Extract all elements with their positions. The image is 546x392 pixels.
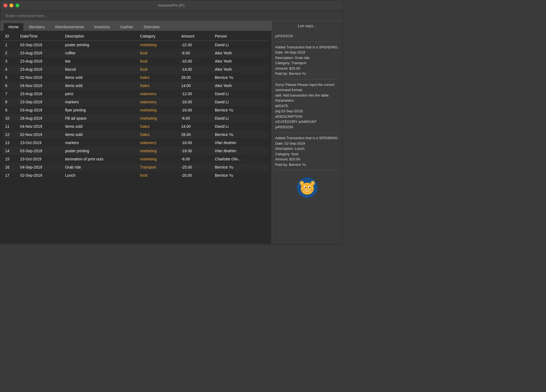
tab-overview[interactable]: Overview xyxy=(139,23,164,31)
table-cell: 23-Sep-2019 xyxy=(18,98,63,106)
table-row: 1323-Oct-2019markersstationery-16.00Irfa… xyxy=(3,139,269,147)
table-cell: -22.00 xyxy=(179,41,213,49)
table-row: 223-Aug-2019coffeefood-8.00Alex Yeoh xyxy=(3,49,269,57)
table-cell: 23-Aug-2019 xyxy=(18,57,63,65)
tab-cashier[interactable]: Cashier xyxy=(115,23,138,31)
table-cell: 15 xyxy=(3,155,18,163)
table-cell: Charlotte Oliv... xyxy=(213,155,269,163)
close-button[interactable] xyxy=(4,4,7,7)
table-cell: -14.00 xyxy=(179,65,213,73)
table-cell: 23-Aug-2019 xyxy=(18,49,63,57)
table-cell: 6 xyxy=(3,82,18,90)
table-cell: 02-Sep-2019 xyxy=(18,171,63,179)
table-cell: Irfan Ibrahim xyxy=(213,147,269,155)
table-cell: 02-Nov-2019 xyxy=(18,130,63,139)
table-cell: Sales xyxy=(138,122,179,130)
table-cell: Alex Yeoh xyxy=(213,82,269,90)
table-cell: marketing xyxy=(138,41,179,49)
col-header-cat: Category xyxy=(138,31,179,41)
table-cell: Items sold xyxy=(63,73,138,82)
table-cell: Alex Yeoh xyxy=(213,57,269,65)
table-cell: pens xyxy=(63,90,138,98)
table-cell: David Li xyxy=(213,90,269,98)
tab-members[interactable]: Members xyxy=(24,23,49,31)
table-cell: 14.00 xyxy=(179,82,213,90)
tab-reimbursements[interactable]: Reimbursements xyxy=(50,23,89,31)
table-cell: 7 xyxy=(3,90,18,98)
leo-says-label: Leo says... xyxy=(275,24,339,28)
table-cell: poster printing xyxy=(63,147,138,155)
table-cell: food xyxy=(138,65,179,73)
table-cell: flyer printing xyxy=(63,106,138,114)
maximize-button[interactable] xyxy=(15,4,19,7)
table-cell: Items sold xyxy=(63,122,138,130)
table-cell: 14.00 xyxy=(179,122,213,130)
table-cell: -16.00 xyxy=(179,139,213,147)
svg-point-9 xyxy=(309,187,310,188)
table-cell: 28.00 xyxy=(179,130,213,139)
table-cell: Bernice Yu xyxy=(213,171,269,179)
table-cell: 17 xyxy=(3,171,18,179)
col-header-date: Date/Time xyxy=(18,31,63,41)
table-cell: biscuit xyxy=(63,65,138,73)
table-cell: 12 xyxy=(3,130,18,139)
message-block-1: Added Transaction that is a SPENDING: Da… xyxy=(275,42,339,79)
table-row: 502-Nov-2019Items soldSales28.00Bernice … xyxy=(3,73,269,82)
col-header-id: ID xyxy=(3,31,18,41)
table-row: 103-Sep-2019poster printingmarketing-22.… xyxy=(3,41,269,49)
table-cell: 23-Oct-2019 xyxy=(18,139,63,147)
table-row: 723-Aug-2019pensstationery-12.00David Li xyxy=(3,90,269,98)
table-cell: 28.00 xyxy=(179,73,213,82)
table-cell: stationery xyxy=(138,98,179,106)
table-cell: Transport xyxy=(138,163,179,171)
tab-inventory[interactable]: Inventory xyxy=(89,23,115,31)
table-row: 423-Aug-2019biscuitfood-14.00Alex Yeoh xyxy=(3,65,269,73)
table-cell: David Li xyxy=(213,114,269,122)
table-cell: 03-Aug-2019 xyxy=(18,106,63,114)
svg-point-8 xyxy=(305,187,306,188)
tab-home[interactable]: Home xyxy=(4,23,23,31)
table-cell: -8.00 xyxy=(179,155,213,163)
table-cell: poster printing xyxy=(63,41,138,49)
left-panel: Home Members Reimbursements Inventory Ca… xyxy=(0,21,272,244)
table-cell: 04-Nov-2019 xyxy=(18,122,63,130)
table-cell: 04-Sep-2019 xyxy=(18,163,63,171)
lion-avatar xyxy=(296,177,318,198)
transactions-table: ID Date/Time Description Category Amount… xyxy=(3,31,269,179)
table-cell: 23-Aug-2019 xyxy=(18,90,63,98)
person-label: p/PERSON xyxy=(275,33,339,39)
table-row: 323-Aug-2019teafood-10.00Alex Yeoh xyxy=(3,57,269,65)
table-cell: marketing xyxy=(138,147,179,155)
table-cell: -24.00 xyxy=(179,106,213,114)
table-cell: coffee xyxy=(63,49,138,57)
table-cell: 1 xyxy=(3,41,18,49)
table-row: 1202-Nov-2019Items soldSales28.00Bernice… xyxy=(3,130,269,139)
table-cell: David Li xyxy=(213,98,269,106)
table-cell: 23-Aug-2019 xyxy=(18,65,63,73)
table-cell: 03-Sep-2019 xyxy=(18,147,63,155)
col-header-person: Person xyxy=(213,31,269,41)
table-cell: Alex Yeoh xyxy=(213,65,269,73)
table-cell: stationery xyxy=(138,90,179,98)
table-header-row: ID Date/Time Description Category Amount… xyxy=(3,31,269,41)
table-cell: Sales xyxy=(138,130,179,139)
message-3-text: Added Transaction that is a SPENDING: Da… xyxy=(275,135,339,167)
svg-point-10 xyxy=(305,187,306,187)
command-input[interactable] xyxy=(6,13,337,18)
table-cell: markers xyxy=(63,98,138,106)
table-cell: food xyxy=(138,49,179,57)
command-bar xyxy=(0,11,342,21)
table-cell: food xyxy=(138,57,179,65)
message-1-text: Added Transaction that is a SPENDING: Da… xyxy=(275,45,339,76)
table-row: 1403-Sep-2019poster printingmarketing-18… xyxy=(3,147,269,155)
table-cell: markers xyxy=(63,139,138,147)
table-row: 1604-Sep-2019Grab rideTransport-25.00Ber… xyxy=(3,163,269,171)
minimize-button[interactable] xyxy=(10,4,13,7)
table-cell: 28-Aug-2019 xyxy=(18,114,63,122)
table-cell: 03-Sep-2019 xyxy=(18,41,63,49)
table-cell: tea xyxy=(63,57,138,65)
person-label-block: p/PERSON xyxy=(275,31,339,42)
table-cell: Items sold xyxy=(63,130,138,139)
table-cell: 02-Nov-2019 xyxy=(18,73,63,82)
table-row: 1523-Oct-2019lamination of print outsmar… xyxy=(3,155,269,163)
